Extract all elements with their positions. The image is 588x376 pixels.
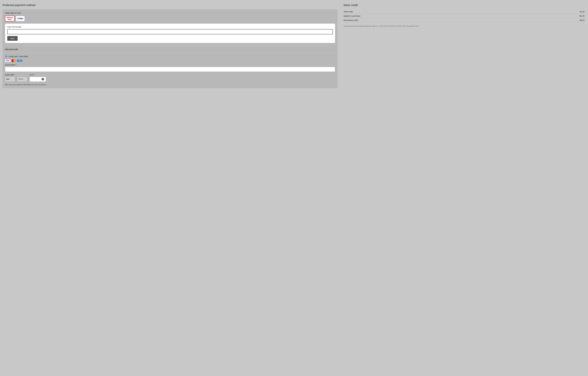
promo-section: Add promo code bbox=[2, 46, 337, 53]
card-number-input[interactable] bbox=[5, 67, 335, 72]
total-credit-label: Total credit: bbox=[344, 11, 353, 13]
rakuten-text: Rakuten bbox=[7, 17, 13, 19]
card-number-label: Card number * bbox=[5, 64, 335, 66]
cvv-group: CVV * ? bbox=[30, 74, 46, 82]
mastercard-icon bbox=[11, 59, 16, 62]
remaining-credit-row: Remaining credit: $0.00 bbox=[344, 18, 585, 22]
year-value: YYYY bbox=[18, 78, 23, 80]
store-credit-title: Store credit bbox=[344, 3, 585, 7]
month-select[interactable]: MM ▾ bbox=[5, 77, 15, 82]
kobo-text: kobo bbox=[8, 19, 12, 20]
add-promo-code-link[interactable]: Add promo code bbox=[5, 48, 18, 50]
right-panel: Store credit Total credit: $1.00 Applied… bbox=[341, 0, 588, 376]
date-slash: / bbox=[16, 78, 17, 80]
cvv-help-icon[interactable]: ? bbox=[42, 78, 44, 80]
indigo-logo: !ndigo bbox=[17, 17, 23, 20]
visa-icon: VISA bbox=[5, 59, 10, 62]
expiry-group: Expiry date * MM ▾ / YYYY ▾ bbox=[5, 74, 27, 82]
applied-credit-label: Applied to purchase: bbox=[344, 15, 361, 17]
save-note: We'll save your payment information for … bbox=[5, 84, 335, 86]
cvv-input-wrap: ? bbox=[30, 77, 46, 82]
year-chevron-icon: ▾ bbox=[23, 78, 24, 80]
card-icons-row: VISA AMEX bbox=[5, 59, 335, 62]
year-select[interactable]: YYYY ▾ bbox=[17, 77, 27, 82]
cvv-input[interactable] bbox=[31, 77, 41, 81]
applied-credit-value: -$1.00 bbox=[579, 15, 585, 17]
legal-text: All transactions processed by Rakuten Ko… bbox=[344, 25, 585, 27]
remaining-credit-value: $0.00 bbox=[580, 19, 585, 21]
expiry-selects: MM ▾ / YYYY ▾ bbox=[5, 77, 27, 82]
month-value: MM bbox=[6, 78, 9, 80]
credit-card-label: Credit card / Visa Debit bbox=[9, 55, 28, 57]
left-panel: Preferred payment method Select type of … bbox=[0, 0, 341, 376]
card-section: Select type of card: Rakuten kobo !ndigo… bbox=[2, 9, 337, 45]
pin-label: Kobo PIN Number bbox=[7, 26, 333, 28]
applied-credit-row: Applied to purchase: -$1.00 bbox=[344, 14, 585, 18]
indigo-card-option[interactable]: !ndigo bbox=[16, 16, 25, 21]
radio-inner bbox=[6, 56, 7, 57]
rakuten-kobo-card-option[interactable]: Rakuten kobo bbox=[5, 16, 14, 21]
month-chevron-icon: ▾ bbox=[10, 78, 10, 80]
payment-section: Credit card / Visa Debit VISA AMEX Card … bbox=[2, 53, 337, 88]
page-title: Preferred payment method bbox=[2, 3, 337, 7]
card-options: Rakuten kobo !ndigo bbox=[5, 16, 335, 21]
expiry-label: Expiry date * bbox=[5, 74, 27, 76]
amex-icon: AMEX bbox=[17, 60, 22, 62]
remaining-credit-label: Remaining credit: bbox=[344, 19, 358, 21]
select-card-label: Select type of card: bbox=[5, 12, 335, 14]
total-credit-value: $1.00 bbox=[580, 11, 585, 13]
apply-button[interactable]: Apply bbox=[7, 36, 18, 41]
pin-input[interactable] bbox=[7, 29, 333, 34]
credit-card-radio-row: Credit card / Visa Debit bbox=[5, 55, 335, 57]
mc-right bbox=[13, 59, 16, 62]
rakuten-kobo-logo: Rakuten kobo bbox=[7, 17, 13, 20]
pin-section: Kobo PIN Number Apply bbox=[5, 24, 335, 43]
total-credit-row: Total credit: $1.00 bbox=[344, 10, 585, 14]
cvv-label: CVV * bbox=[30, 74, 46, 76]
credit-card-radio-button[interactable] bbox=[5, 55, 7, 57]
expiry-cvv-row: Expiry date * MM ▾ / YYYY ▾ CV bbox=[5, 74, 335, 82]
